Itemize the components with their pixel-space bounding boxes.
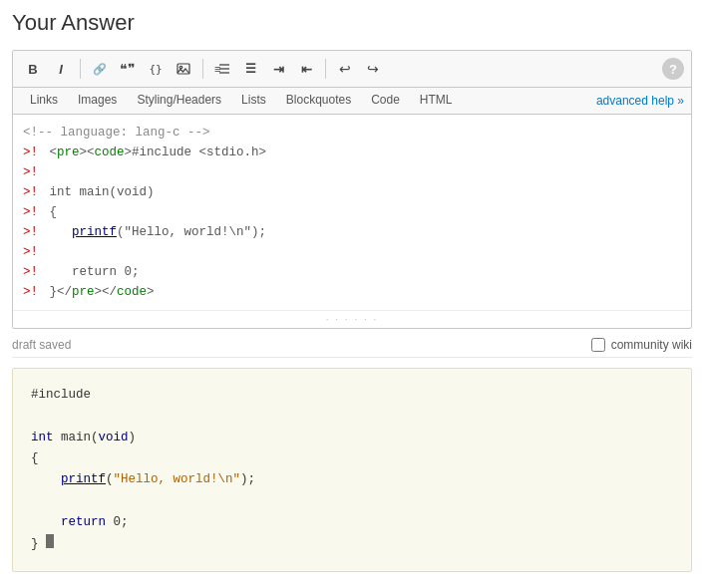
preview-panel: #include int main(void) { printf("Hello,… bbox=[12, 368, 692, 572]
code-prefix: >! bbox=[23, 262, 38, 282]
code-prefix: >! bbox=[23, 242, 38, 262]
separator-3 bbox=[325, 59, 326, 79]
redo-button[interactable]: ↪ bbox=[360, 56, 386, 82]
code-line-3: >! bbox=[23, 162, 681, 182]
code-editor[interactable]: <!-- language: lang-c --> >! <pre><code>… bbox=[13, 115, 691, 310]
ol-button[interactable]: ≡ bbox=[209, 56, 235, 82]
links-tab[interactable]: Links bbox=[20, 88, 68, 114]
styling-headers-tab[interactable]: Styling/Headers bbox=[127, 88, 231, 114]
code-text: return 0; bbox=[42, 262, 140, 282]
format-tabs: Links Images Styling/Headers Lists Block… bbox=[13, 88, 691, 115]
comment-text: <!-- language: lang-c --> bbox=[23, 123, 210, 143]
editor-container: B I 🔗 ❝❞ {} ≡ bbox=[12, 50, 692, 329]
italic-button[interactable]: I bbox=[48, 56, 74, 82]
code-text: printf("Hello, world!\n"); bbox=[42, 222, 266, 242]
html-tab[interactable]: HTML bbox=[410, 88, 463, 114]
code-text: }</pre></code> bbox=[42, 282, 155, 302]
help-button[interactable]: ? bbox=[662, 58, 684, 80]
advanced-help-link[interactable]: advanced help » bbox=[596, 89, 684, 113]
code-prefix: >! bbox=[23, 182, 38, 202]
preview-include: #include bbox=[31, 388, 91, 402]
code-line-9: >! }</pre></code> bbox=[23, 282, 681, 302]
outdent-button[interactable]: ⇤ bbox=[293, 56, 319, 82]
code-prefix: >! bbox=[23, 282, 38, 302]
help-icon: ? bbox=[669, 62, 677, 77]
image-button[interactable] bbox=[171, 56, 196, 82]
community-wiki-label: community wiki bbox=[611, 338, 692, 352]
community-wiki-checkbox[interactable] bbox=[591, 338, 605, 352]
separator-1 bbox=[80, 59, 81, 79]
code-prefix: >! bbox=[23, 162, 38, 182]
ul-button[interactable]: ☰ bbox=[237, 56, 263, 82]
page-title: Your Answer bbox=[12, 10, 692, 36]
code-prefix: >! bbox=[23, 202, 38, 222]
community-wiki-container: community wiki bbox=[591, 338, 692, 352]
svg-point-1 bbox=[179, 66, 181, 68]
blockquotes-tab[interactable]: Blockquotes bbox=[276, 88, 361, 114]
quote-button[interactable]: ❝❞ bbox=[115, 56, 141, 82]
preview-code: #include int main(void) { printf("Hello,… bbox=[31, 385, 673, 555]
code-prefix: >! bbox=[23, 143, 38, 162]
code-line-6: >! printf("Hello, world!\n"); bbox=[23, 222, 681, 242]
draft-saved-text: draft saved bbox=[12, 338, 71, 352]
code-text: <pre><code>#include <stdio.h> bbox=[42, 143, 266, 162]
code-line-4: >! int main(void) bbox=[23, 182, 681, 202]
indent-button[interactable]: ⇥ bbox=[265, 56, 291, 82]
lists-tab[interactable]: Lists bbox=[231, 88, 276, 114]
code-text: int main(void) bbox=[42, 182, 155, 202]
scroll-indicator: · · · · · · bbox=[13, 310, 691, 328]
code-prefix: >! bbox=[23, 222, 38, 242]
undo-button[interactable]: ↩ bbox=[332, 56, 358, 82]
code-line-8: >! return 0; bbox=[23, 262, 681, 282]
images-tab[interactable]: Images bbox=[68, 88, 127, 114]
code-line-2: >! <pre><code>#include <stdio.h> bbox=[23, 143, 681, 162]
toolbar: B I 🔗 ❝❞ {} ≡ bbox=[13, 51, 691, 88]
separator-2 bbox=[202, 59, 203, 79]
code-button[interactable]: {} bbox=[143, 56, 169, 82]
code-line-7: >! bbox=[23, 242, 681, 262]
code-line-1: <!-- language: lang-c --> bbox=[23, 123, 681, 143]
code-tab[interactable]: Code bbox=[361, 88, 410, 114]
status-bar: draft saved community wiki bbox=[12, 333, 692, 358]
link-button[interactable]: 🔗 bbox=[87, 56, 113, 82]
bold-button[interactable]: B bbox=[20, 56, 46, 82]
preview-kw: int bbox=[31, 431, 54, 444]
code-text: { bbox=[42, 202, 57, 222]
code-line-5: >! { bbox=[23, 202, 681, 222]
